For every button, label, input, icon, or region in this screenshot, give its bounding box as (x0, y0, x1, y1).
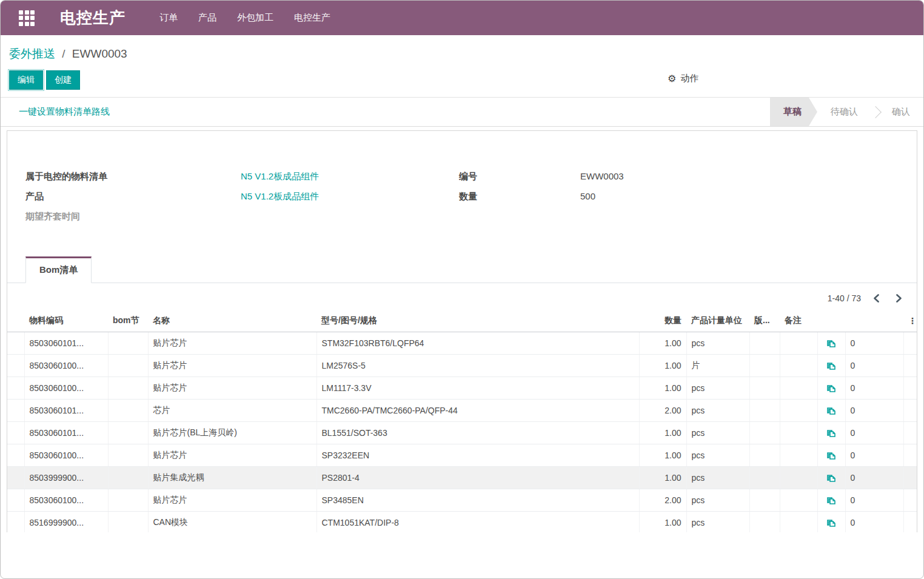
app-window: 电控生产 订单 产品 外包加工 电控生产 委外推送 / EWW0003 编辑 创… (0, 0, 924, 579)
cell-note (780, 489, 817, 512)
table-row[interactable]: 8503060101... 贴片芯片 STM32F103RBT6/LQFP64 … (7, 332, 917, 355)
cell-copy (817, 422, 845, 444)
row-handle-cell (7, 422, 24, 444)
col-quantity[interactable]: 数量 (639, 310, 686, 332)
nav-item-outsourcing[interactable]: 外包加工 (237, 12, 273, 24)
table-row[interactable]: 8503060101... 贴片芯片(BL上海贝岭) BL1551/SOT-36… (7, 422, 917, 444)
copy-icon[interactable] (826, 450, 837, 461)
pager-prev-button[interactable] (869, 293, 883, 304)
cell-note (780, 377, 817, 400)
cell-version (749, 332, 780, 355)
gear-icon: ⚙ (668, 73, 676, 84)
cell-model-spec: SP3232EEN (316, 444, 639, 467)
cell-name: CAN模块 (148, 512, 316, 533)
cell-bom-node (108, 467, 148, 489)
status-step-draft[interactable]: 草稿 (770, 98, 817, 126)
nav-item-products[interactable]: 产品 (198, 12, 216, 24)
cell-material-code: 8503060101... (24, 400, 108, 422)
cell-end (903, 444, 917, 467)
cell-end (903, 377, 917, 400)
cell-name: 贴片芯片 (148, 489, 316, 512)
copy-icon[interactable] (826, 495, 837, 506)
cell-quantity: 1.00 (639, 422, 686, 444)
table-body: 8503060101... 贴片芯片 STM32F103RBT6/LQFP64 … (7, 332, 917, 533)
copy-icon[interactable] (826, 383, 837, 393)
cell-attachment-count: 0 (845, 400, 903, 422)
table-row[interactable]: 8503060100... 贴片芯片 SP3485EN 2.00 pcs 0 (7, 489, 917, 512)
cell-note (780, 512, 817, 533)
cell-model-spec: TMC2660-PA/TMC2660-PA/QFP-44 (316, 400, 639, 422)
table-row[interactable]: 8503060100... 贴片芯片 LM2576S-5 1.00 片 0 (7, 355, 917, 377)
copy-icon[interactable] (826, 406, 837, 416)
cell-attachment-count: 0 (845, 512, 903, 533)
col-material-code[interactable]: 物料编码 (24, 310, 108, 332)
col-note[interactable]: 备注 (780, 310, 817, 332)
table-row[interactable]: 8503060100... 贴片芯片 LM1117-3.3V 1.00 pcs … (7, 377, 917, 400)
field-value-product[interactable]: N5 V1.2板成品组件 (241, 190, 319, 202)
app-brand[interactable]: 电控生产 (60, 7, 126, 28)
cell-end (903, 489, 917, 512)
cell-bom-node (108, 332, 148, 355)
table-row[interactable]: 8516999900... CAN模块 CTM1051KAT/DIP-8 1.0… (7, 512, 917, 533)
cell-uom: pcs (686, 400, 749, 422)
nav-item-production[interactable]: 电控生产 (294, 12, 330, 24)
cell-name: 芯片 (148, 400, 316, 422)
copy-icon[interactable] (826, 428, 837, 438)
cell-attachment-count: 0 (845, 377, 903, 400)
copy-icon[interactable] (826, 361, 837, 371)
optional-columns-toggle[interactable]: ⋮ (903, 310, 917, 332)
chevron-left-icon (873, 294, 880, 303)
copy-icon[interactable] (826, 473, 837, 483)
col-bom-node[interactable]: bom节 (108, 310, 148, 332)
copy-icon[interactable] (826, 338, 837, 349)
apps-grid-icon[interactable] (19, 10, 35, 26)
row-handle-cell (7, 332, 24, 355)
status-step-to-confirm[interactable]: 待确认 (817, 98, 871, 126)
col-copy (817, 310, 845, 332)
cell-quantity: 1.00 (639, 332, 686, 355)
cell-material-code: 8503999900... (24, 467, 108, 489)
table-header-row: 物料编码 bom节 名称 型号/图号/规格 数量 产品计量单位 版... 备注 … (7, 310, 917, 332)
statusbar: 一键设置物料清单路线 草稿 待确认 确认 (1, 97, 923, 127)
tab-bom-list[interactable]: Bom清单 (25, 256, 92, 283)
edit-button[interactable]: 编辑 (9, 70, 43, 90)
breadcrumb-current: EWW0003 (72, 47, 127, 60)
breadcrumb-parent-link[interactable]: 委外推送 (9, 47, 55, 60)
status-step-confirmed[interactable]: 确认 (879, 98, 923, 126)
nav-item-orders[interactable]: 订单 (159, 12, 178, 24)
col-version[interactable]: 版... (749, 310, 780, 332)
cell-bom-node (108, 422, 148, 444)
col-handle (7, 310, 24, 332)
cell-note (780, 467, 817, 489)
breadcrumb-separator: / (62, 47, 65, 60)
cell-version (749, 444, 780, 467)
cell-bom-node (108, 400, 148, 422)
notebook: Bom清单 (7, 256, 917, 283)
table-row[interactable]: 8503060101... 芯片 TMC2660-PA/TMC2660-PA/Q… (7, 400, 917, 422)
nav-menu: 订单 产品 外包加工 电控生产 (159, 12, 330, 24)
cell-end (903, 422, 917, 444)
action-menu[interactable]: ⚙ 动作 (668, 73, 698, 84)
row-handle-cell (7, 400, 24, 422)
col-model-spec[interactable]: 型号/图号/规格 (316, 310, 639, 332)
cell-end (903, 355, 917, 377)
create-button[interactable]: 创建 (46, 70, 80, 90)
cell-version (749, 422, 780, 444)
field-value-bom-of-control[interactable]: N5 V1.2板成品组件 (241, 170, 319, 182)
table-row[interactable]: 8503999900... 贴片集成光耦 PS2801-4 1.00 pcs 0 (7, 467, 917, 489)
row-handle-cell (7, 512, 24, 533)
cell-quantity: 1.00 (639, 467, 686, 489)
route-set-button[interactable]: 一键设置物料清单路线 (19, 106, 110, 118)
cell-quantity: 2.00 (639, 489, 686, 512)
table-row[interactable]: 8503060100... 贴片芯片 SP3232EEN 1.00 pcs 0 (7, 444, 917, 467)
action-menu-label: 动作 (680, 73, 698, 84)
col-name[interactable]: 名称 (148, 310, 316, 332)
copy-icon[interactable] (826, 518, 837, 528)
cell-model-spec: STM32F103RBT6/LQFP64 (316, 332, 639, 355)
cell-uom: pcs (686, 512, 749, 533)
col-uom[interactable]: 产品计量单位 (686, 310, 749, 332)
cell-material-code: 8516999900... (24, 512, 108, 533)
cell-material-code: 8503060100... (24, 444, 108, 467)
cell-name: 贴片芯片 (148, 355, 316, 377)
pager-next-button[interactable] (892, 293, 906, 304)
